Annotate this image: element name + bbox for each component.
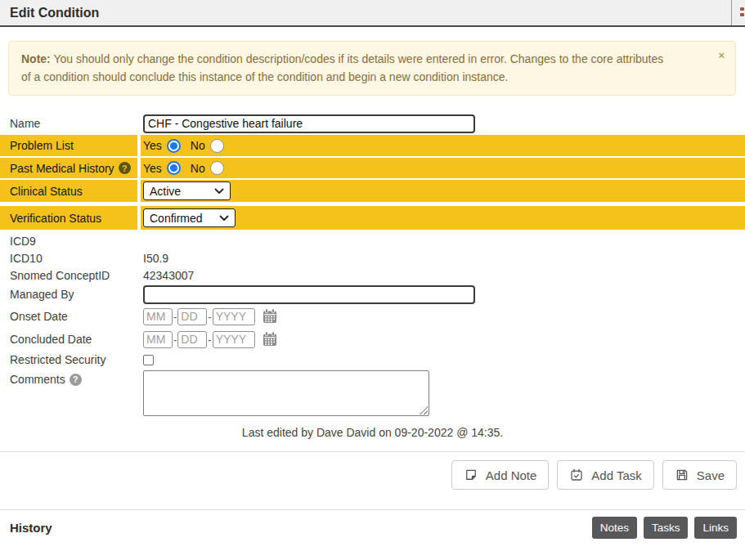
snomed-value: 42343007 xyxy=(143,269,194,282)
onset-date-label: Onset Date xyxy=(0,310,137,323)
header-partial-icon[interactable] xyxy=(740,7,744,19)
chevron-down-icon xyxy=(214,188,224,195)
field-row-icd9: ICD9 xyxy=(0,233,745,249)
help-icon[interactable]: ? xyxy=(119,162,131,174)
header-divider xyxy=(731,0,732,25)
date-separator: - xyxy=(208,334,211,346)
problem-list-yes-label: Yes xyxy=(143,139,162,152)
add-task-label: Add Task xyxy=(591,468,641,482)
tasks-button[interactable]: Tasks xyxy=(644,517,689,539)
pmh-no-label: No xyxy=(191,162,205,175)
field-row-onset-date: Onset Date - - xyxy=(0,307,745,326)
add-note-button[interactable]: Add Note xyxy=(451,460,550,490)
field-row-icd10: ICD10 I50.9 xyxy=(0,249,745,267)
concluded-month-input[interactable] xyxy=(143,331,173,348)
problem-list-yes-radio[interactable] xyxy=(167,139,181,153)
save-button[interactable]: Save xyxy=(662,460,737,490)
past-medical-history-label: Past Medical History xyxy=(10,162,114,175)
history-buttons: Notes Tasks Links xyxy=(592,517,737,539)
comments-textarea[interactable] xyxy=(143,370,429,416)
field-row-clinical-status: Clinical Status Active xyxy=(0,180,745,202)
verification-status-select[interactable]: Confirmed xyxy=(143,208,236,227)
add-note-label: Add Note xyxy=(486,468,537,482)
warning-note-line1: You should only change the condition des… xyxy=(53,52,506,65)
notes-button[interactable]: Notes xyxy=(592,517,637,539)
field-row-snomed: Snomed ConceptID 42343007 xyxy=(0,267,745,284)
close-icon[interactable]: × xyxy=(718,50,725,60)
problem-list-radio-group: Yes No xyxy=(143,139,234,153)
pmh-yes-radio[interactable] xyxy=(167,161,181,175)
icd10-value: I50.9 xyxy=(143,252,168,265)
pmh-yes-label: Yes xyxy=(143,162,162,175)
chevron-down-icon xyxy=(219,215,229,222)
calendar-icon[interactable] xyxy=(262,331,278,347)
action-bar: Add Note Add Task Save xyxy=(0,460,745,490)
help-icon[interactable]: ? xyxy=(70,374,82,386)
clinical-status-label: Clinical Status xyxy=(0,180,137,202)
field-row-name: Name xyxy=(0,112,745,135)
snomed-label: Snomed ConceptID xyxy=(0,269,137,282)
concluded-date-label: Concluded Date xyxy=(0,333,137,346)
onset-month-input[interactable] xyxy=(143,308,173,325)
field-row-comments: Comments ? xyxy=(0,370,745,416)
save-icon xyxy=(675,468,689,482)
page-title: Edit Condition xyxy=(0,6,99,20)
divider xyxy=(0,509,745,510)
save-label: Save xyxy=(697,468,725,482)
pmh-no-radio[interactable] xyxy=(210,161,224,175)
field-row-verification-status: Verification Status Confirmed xyxy=(0,206,745,230)
warning-note-label: Note: xyxy=(21,52,51,65)
divider xyxy=(0,451,745,452)
concluded-year-input[interactable] xyxy=(213,331,255,348)
warning-note: Note: You should only change the conditi… xyxy=(8,41,736,96)
problem-list-label: Problem List xyxy=(0,135,137,156)
date-separator: - xyxy=(208,311,211,323)
comments-label: Comments xyxy=(10,373,65,386)
calendar-check-icon xyxy=(569,468,584,482)
onset-day-input[interactable] xyxy=(177,308,207,325)
past-medical-history-radio-group: Yes No xyxy=(143,161,234,175)
last-edited-text: Last edited by Dave David on 09-20-2022 … xyxy=(0,426,745,440)
links-button[interactable]: Links xyxy=(694,517,737,539)
add-task-button[interactable]: Add Task xyxy=(557,460,653,490)
restricted-security-label: Restricted Security xyxy=(0,353,137,366)
panel-header: Edit Condition xyxy=(0,0,745,27)
history-section-header: History Notes Tasks Links xyxy=(0,517,745,539)
concluded-date-group: - - xyxy=(143,331,278,348)
onset-year-input[interactable] xyxy=(213,308,255,325)
name-label: Name xyxy=(0,117,137,130)
name-input[interactable] xyxy=(143,114,475,133)
condition-form: Name Problem List Yes No Past Medical Hi… xyxy=(0,112,745,416)
calendar-icon[interactable] xyxy=(262,308,278,325)
managed-by-input[interactable] xyxy=(143,285,475,304)
clinical-status-value: Active xyxy=(150,185,181,198)
field-row-past-medical-history: Past Medical History ? Yes No xyxy=(0,158,745,178)
date-separator: - xyxy=(173,311,177,323)
restricted-security-checkbox[interactable] xyxy=(143,355,154,365)
field-row-managed-by: Managed By xyxy=(0,284,745,305)
edit-condition-panel: Edit Condition Note: You should only cha… xyxy=(0,0,745,560)
field-row-restricted-security: Restricted Security xyxy=(0,352,745,367)
field-row-problem-list: Problem List Yes No xyxy=(0,135,745,156)
clinical-status-select[interactable]: Active xyxy=(143,181,231,200)
managed-by-label: Managed By xyxy=(0,288,137,301)
onset-date-group: - - xyxy=(143,308,278,325)
field-row-concluded-date: Concluded Date - - xyxy=(0,329,745,349)
history-title: History xyxy=(10,521,52,535)
problem-list-no-label: No xyxy=(191,139,205,152)
problem-list-no-radio[interactable] xyxy=(210,139,224,153)
warning-note-text: Note: You should only change the conditi… xyxy=(21,51,671,86)
verification-status-value: Confirmed xyxy=(150,212,203,225)
concluded-day-input[interactable] xyxy=(177,331,207,348)
icd10-label: ICD10 xyxy=(0,252,137,265)
icd9-label: ICD9 xyxy=(0,235,137,248)
verification-status-label: Verification Status xyxy=(0,206,137,230)
date-separator: - xyxy=(173,334,177,346)
note-icon xyxy=(464,468,478,482)
